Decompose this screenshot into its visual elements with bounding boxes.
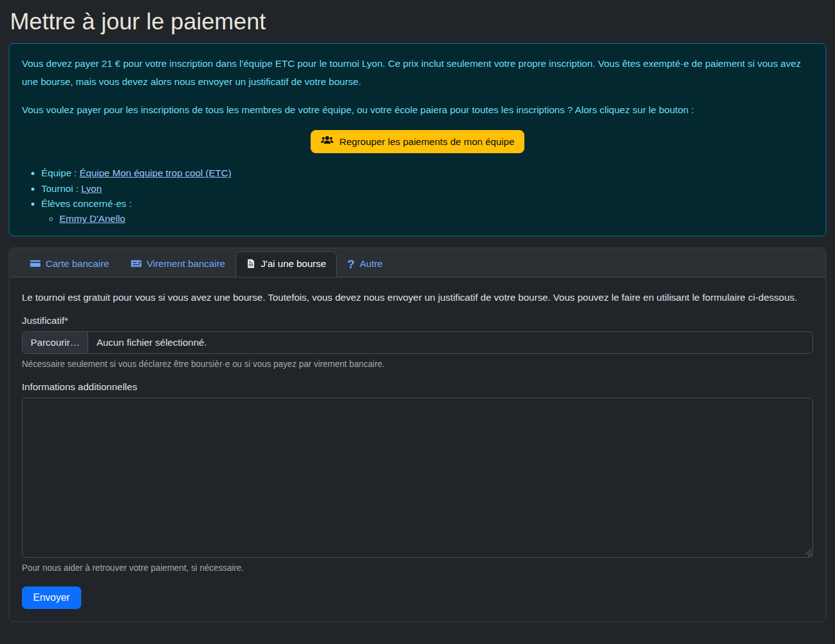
page-title: Mettre à jour le paiement	[10, 9, 825, 35]
page-container: Mettre à jour le paiement Vous devez pay…	[0, 0, 835, 637]
file-status-text: Aucun fichier sélectionné.	[88, 332, 215, 353]
payment-method-tabs: Carte bancaire Virement bancaire	[19, 251, 819, 278]
credit-card-icon	[30, 258, 41, 269]
additional-info-label: Informations additionnelles	[22, 381, 813, 393]
users-icon	[321, 135, 334, 148]
scholarship-document-icon	[246, 258, 256, 269]
tab-jai-une-bourse[interactable]: J'ai une bourse	[236, 251, 337, 277]
tournament-label: Tournoi :	[41, 183, 81, 194]
justificatif-help-text: Nécessaire seulement si vous déclarez êt…	[22, 358, 813, 370]
list-item-tournament: Tournoi : Lyon	[41, 181, 813, 196]
justificatif-label: Justificatif*	[22, 315, 813, 326]
list-item-students: Élèves concerné·es : Emmy D'Anello	[41, 196, 813, 227]
students-label: Élèves concerné·es :	[41, 198, 132, 209]
payment-info-alert: Vous devez payer 21 € pour votre inscrip…	[9, 43, 826, 236]
tournament-link[interactable]: Lyon	[81, 183, 102, 194]
additional-info-wrap	[22, 398, 813, 558]
group-payments-button[interactable]: Regrouper les paiements de mon équipe	[311, 130, 524, 153]
additional-info-textarea[interactable]	[22, 398, 813, 558]
students-sublist: Emmy D'Anello	[41, 211, 813, 226]
bourse-tab-panel: Le tournoi est gratuit pour vous si vous…	[9, 278, 826, 622]
payment-method-tabbar: Carte bancaire Virement bancaire	[9, 248, 826, 278]
tab-label: Virement bancaire	[147, 258, 226, 269]
tab-label: Autre	[359, 258, 382, 269]
list-item-student: Emmy D'Anello	[59, 211, 813, 226]
tab-carte-bancaire[interactable]: Carte bancaire	[19, 251, 120, 277]
team-label: Équipe :	[41, 168, 79, 178]
student-link[interactable]: Emmy D'Anello	[59, 213, 125, 224]
alert-paragraph-price: Vous devez payer 21 € pour votre inscrip…	[22, 54, 813, 91]
tab-virement-bancaire[interactable]: Virement bancaire	[120, 251, 236, 277]
bourse-intro-text: Le tournoi est gratuit pour vous si vous…	[22, 290, 813, 305]
additional-info-help-text: Pour nous aider à retrouver votre paieme…	[22, 562, 813, 574]
team-link[interactable]: Équipe Mon équipe trop cool (ETC)	[79, 168, 231, 178]
tab-label: J'ai une bourse	[261, 258, 326, 269]
bank-transfer-icon	[131, 258, 142, 269]
submit-button[interactable]: Envoyer	[22, 586, 81, 609]
tab-label: Carte bancaire	[46, 258, 109, 269]
alert-paragraph-group: Vous voulez payer pour les inscriptions …	[22, 101, 813, 119]
group-payments-button-row: Regrouper les paiements de mon équipe	[22, 130, 813, 153]
payment-method-card: Carte bancaire Virement bancaire	[9, 248, 826, 623]
group-payments-button-label: Regrouper les paiements de mon équipe	[339, 136, 514, 148]
browse-button[interactable]: Parcourir…	[22, 332, 88, 353]
question-icon: ?	[348, 258, 355, 270]
list-item-team: Équipe : Équipe Mon équipe trop cool (ET…	[41, 166, 813, 181]
payment-details-list: Équipe : Équipe Mon équipe trop cool (ET…	[22, 166, 813, 226]
tab-autre[interactable]: ? Autre	[337, 251, 394, 278]
justificatif-file-input[interactable]: Parcourir… Aucun fichier sélectionné.	[22, 331, 813, 354]
